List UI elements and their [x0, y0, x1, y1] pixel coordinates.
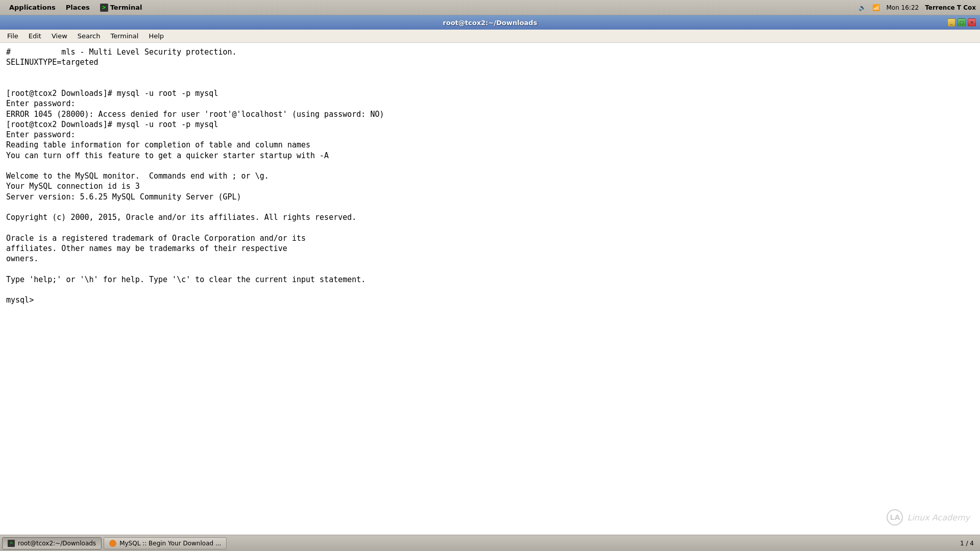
watermark-text: Linux Academy [907, 513, 970, 522]
watermark: LA Linux Academy [887, 509, 970, 525]
window-controls: _ □ ✕ [947, 18, 976, 27]
edit-menu[interactable]: Edit [23, 31, 46, 41]
maximize-button[interactable]: □ [958, 18, 966, 27]
page-indicator: 1 / 4 [960, 540, 978, 547]
terminal-menu-bar[interactable]: Terminal [105, 31, 143, 41]
file-menu[interactable]: File [2, 31, 23, 41]
help-menu[interactable]: Help [143, 31, 169, 41]
window-title: root@tcox2:~/Downloads [443, 19, 537, 27]
close-button[interactable]: ✕ [968, 18, 976, 27]
search-menu[interactable]: Search [72, 31, 106, 41]
taskbar-terminal-icon: > [8, 540, 15, 547]
minimize-button[interactable]: _ [947, 18, 955, 27]
view-menu[interactable]: View [46, 31, 72, 41]
taskbar-terminal[interactable]: > root@tcox2:~/Downloads [2, 537, 102, 549]
taskbar-browser-label: MySQL :: Begin Your Download ... [119, 540, 221, 547]
taskbar-browser-icon [109, 540, 116, 547]
taskbar-browser[interactable]: MySQL :: Begin Your Download ... [104, 537, 227, 549]
terminal-output[interactable]: # mls - Multi Level Security protection.… [0, 43, 980, 551]
title-bar: root@tcox2:~/Downloads _ □ ✕ [0, 15, 980, 30]
watermark-logo: LA [887, 509, 903, 525]
terminal-window: root@tcox2:~/Downloads _ □ ✕ File Edit V… [0, 0, 980, 551]
taskbar-terminal-label: root@tcox2:~/Downloads [18, 540, 96, 547]
menu-bar: File Edit View Search Terminal Help [0, 30, 980, 43]
taskbar: > root@tcox2:~/Downloads MySQL :: Begin … [0, 535, 980, 551]
